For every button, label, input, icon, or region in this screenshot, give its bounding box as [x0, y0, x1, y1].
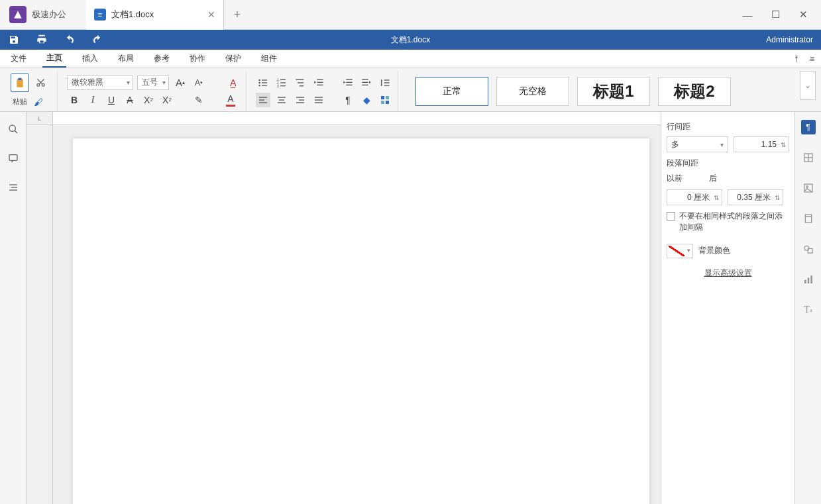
svg-rect-34 [259, 102, 267, 103]
close-window-icon[interactable]: ✕ [798, 10, 808, 19]
tab-components[interactable]: 组件 [257, 50, 281, 68]
svg-point-4 [258, 79, 260, 81]
right-inspector: 行间距 多 1.15 段落间距 以前 后 0 厘米 0.35 厘米 不要在相同样… [661, 112, 794, 504]
chart-panel-icon[interactable] [801, 272, 816, 287]
paste-icon[interactable] [11, 74, 29, 92]
paste-label: 粘贴 [13, 97, 27, 107]
ruler-corner: L [27, 112, 53, 125]
svg-rect-17 [298, 82, 303, 83]
svg-rect-28 [381, 80, 382, 85]
svg-rect-22 [346, 79, 352, 79]
svg-rect-23 [346, 81, 352, 82]
outline-icon[interactable] [7, 181, 20, 194]
line-spacing-value-input[interactable]: 1.15 [734, 136, 789, 152]
spacing-before-input[interactable]: 0 厘米 [667, 189, 722, 205]
text-art-icon[interactable]: Ta [801, 303, 816, 317]
font-color-button[interactable]: A [223, 93, 238, 107]
superscript-button[interactable]: X2 [141, 93, 156, 107]
dont-add-spacing-checkbox[interactable]: 不要在相同样式的段落之间添加间隔 [667, 211, 789, 233]
redo-icon[interactable] [91, 34, 103, 46]
decrease-indent-icon[interactable] [311, 76, 326, 90]
minimize-icon[interactable]: — [743, 10, 752, 19]
multilevel-list-icon[interactable] [293, 76, 307, 90]
svg-point-8 [258, 84, 260, 86]
more-options-icon[interactable]: ≡ [810, 54, 814, 64]
tab-references[interactable]: 参考 [150, 50, 174, 68]
indent-right-icon[interactable] [359, 76, 374, 90]
horizontal-ruler: L [27, 112, 661, 125]
show-advanced-link[interactable]: 显示高级设置 [667, 268, 789, 279]
paragraph-panel-icon[interactable]: ¶ [801, 120, 816, 134]
page[interactable] [73, 138, 649, 504]
styles-expand-icon[interactable]: ⌄ [800, 71, 816, 100]
style-nospace[interactable]: 无空格 [496, 77, 569, 106]
svg-rect-16 [296, 79, 303, 79]
document-tab[interactable]: ≡ 文档1.docx ✕ [86, 0, 224, 30]
search-icon[interactable] [7, 123, 20, 136]
strikethrough-button[interactable]: A [123, 93, 137, 107]
new-tab-button[interactable]: + [224, 8, 250, 22]
cut-icon[interactable] [33, 76, 48, 90]
print-icon[interactable] [36, 34, 48, 46]
svg-rect-36 [279, 99, 284, 100]
maximize-icon[interactable]: ☐ [771, 10, 780, 19]
tab-file[interactable]: 文件 [7, 50, 30, 68]
svg-rect-45 [386, 96, 389, 99]
tab-protect[interactable]: 保护 [221, 50, 245, 68]
shading-icon[interactable]: ◆ [359, 93, 374, 107]
svg-rect-33 [259, 99, 264, 100]
table-panel-icon[interactable] [801, 150, 816, 165]
svg-rect-31 [384, 85, 390, 85]
window-controls: — ☐ ✕ [743, 10, 821, 19]
shrink-font-icon[interactable]: A▾ [192, 76, 206, 90]
document-canvas[interactable] [27, 125, 661, 504]
line-spacing-mode-select[interactable]: 多 [667, 136, 728, 152]
align-center-icon[interactable] [274, 93, 289, 107]
open-file-icon[interactable]: ⭱ [793, 54, 800, 64]
tab-home[interactable]: 主页 [42, 50, 66, 68]
bold-button[interactable]: B [67, 93, 82, 107]
style-heading1[interactable]: 标题1 [577, 77, 650, 106]
svg-rect-9 [262, 85, 267, 85]
svg-rect-20 [317, 81, 323, 82]
change-case-icon[interactable]: A̲ [226, 76, 241, 90]
bg-color-select[interactable] [667, 244, 693, 258]
style-normal[interactable]: 正常 [415, 77, 488, 106]
font-size-select[interactable]: 五号 [137, 76, 169, 90]
paragraph-mark-icon[interactable]: ¶ [341, 93, 355, 107]
style-heading2[interactable]: 标题2 [658, 77, 731, 106]
bullet-list-icon[interactable] [256, 76, 270, 90]
svg-rect-50 [9, 184, 17, 185]
font-name-select[interactable]: 微软雅黑 [67, 76, 133, 90]
user-label: Administrator [766, 35, 813, 44]
font-group: 微软雅黑 五号 A▴ A▾ A̲ B I U A X2 X2 ✎ A [62, 71, 246, 111]
justify-icon[interactable] [311, 93, 326, 107]
checkbox-icon[interactable] [667, 212, 675, 221]
shapes-panel-icon[interactable] [801, 242, 816, 256]
numbered-list-icon[interactable]: 123 [274, 76, 289, 90]
before-label: 以前 [667, 173, 683, 184]
svg-rect-51 [11, 187, 17, 187]
align-right-icon[interactable] [293, 93, 307, 107]
format-painter-icon[interactable]: 🖌 [31, 95, 46, 109]
image-panel-icon[interactable] [801, 181, 816, 195]
underline-button[interactable]: U [104, 93, 119, 107]
tab-collaborate[interactable]: 协作 [186, 50, 209, 68]
italic-button[interactable]: I [85, 93, 100, 107]
increase-indent-icon[interactable] [341, 76, 355, 90]
tab-layout[interactable]: 布局 [114, 50, 138, 68]
save-icon[interactable] [8, 34, 20, 46]
subscript-button[interactable]: X2 [160, 93, 174, 107]
tab-insert[interactable]: 插入 [78, 50, 102, 68]
line-spacing-icon[interactable] [378, 76, 392, 90]
highlight-color-button[interactable]: ✎ [192, 93, 206, 107]
undo-icon[interactable] [64, 34, 76, 46]
svg-rect-13 [280, 82, 286, 83]
align-left-icon[interactable] [256, 93, 270, 107]
spacing-after-input[interactable]: 0.35 厘米 [728, 189, 783, 205]
close-tab-icon[interactable]: ✕ [207, 9, 215, 20]
comments-icon[interactable] [7, 152, 20, 165]
header-footer-icon[interactable] [801, 211, 816, 226]
borders-icon[interactable] [378, 93, 392, 107]
grow-font-icon[interactable]: A▴ [173, 76, 188, 90]
